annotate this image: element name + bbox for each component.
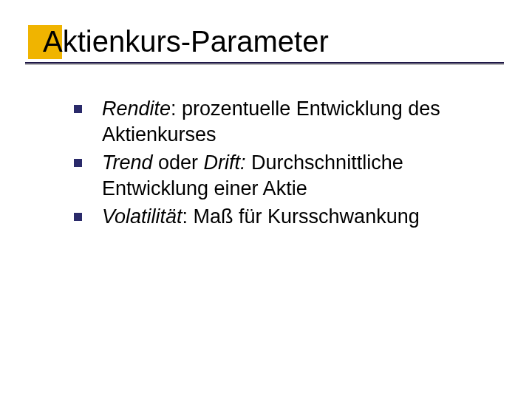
separator: : [171, 98, 182, 120]
definition: Maß für Kursschwankung [194, 205, 420, 228]
bullet-icon [74, 159, 82, 167]
bullet-icon [74, 105, 82, 113]
title-underline [25, 62, 504, 64]
term: Trend [102, 151, 153, 174]
bullet-icon [74, 213, 82, 221]
list-item: Trend oder Drift: Durchschnittliche Entw… [74, 150, 488, 201]
term-secondary: Drift: [204, 151, 246, 174]
separator: oder [153, 151, 204, 174]
list-item: Rendite: prozentuelle Entwicklung des Ak… [74, 96, 488, 147]
slide: Aktienkurs-Parameter Rendite: prozentuel… [0, 0, 532, 399]
body-content: Rendite: prozentuelle Entwicklung des Ak… [74, 96, 488, 233]
title-area: Aktienkurs-Parameter [0, 25, 532, 68]
slide-title: Aktienkurs-Parameter [43, 25, 329, 58]
list-item: Volatilität: Maß für Kursschwankung [74, 204, 488, 230]
term: Volatilität [102, 205, 183, 228]
term: Rendite [102, 98, 171, 120]
separator: : [183, 205, 194, 228]
